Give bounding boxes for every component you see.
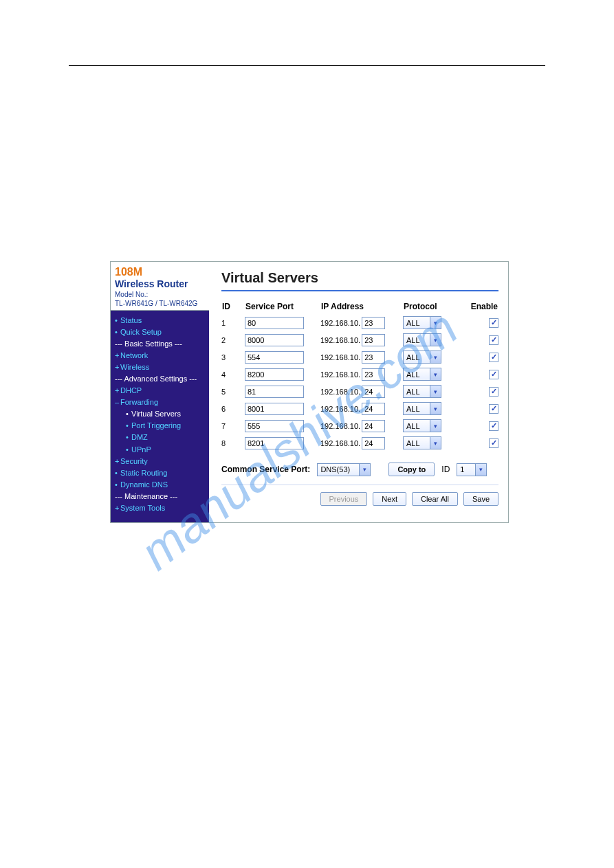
content-pane: Virtual Servers ID Service Port IP Addre… bbox=[209, 262, 508, 522]
enable-checkbox[interactable]: ✓ bbox=[489, 335, 498, 345]
enable-checkbox[interactable]: ✓ bbox=[489, 438, 498, 448]
ip-prefix: 192.168.10. bbox=[320, 405, 360, 413]
enable-checkbox[interactable]: ✓ bbox=[489, 370, 498, 379]
enable-checkbox[interactable]: ✓ bbox=[489, 318, 498, 328]
row-id: 1 bbox=[221, 315, 245, 330]
ip-prefix: 192.168.10. bbox=[320, 422, 360, 430]
copy-id-select[interactable]: 1 ▾ bbox=[457, 463, 487, 476]
protocol-value: ALL bbox=[406, 353, 420, 361]
service-port-input[interactable] bbox=[245, 351, 304, 364]
nav-dhcp[interactable]: +DHCP bbox=[115, 385, 206, 397]
protocol-select[interactable]: ALL▾ bbox=[403, 419, 441, 432]
row-id: 7 bbox=[221, 419, 245, 433]
chevron-down-icon: ▾ bbox=[430, 334, 441, 346]
th-ip: IP Address bbox=[320, 301, 403, 313]
enable-checkbox[interactable]: ✓ bbox=[489, 404, 498, 414]
protocol-select[interactable]: ALL▾ bbox=[403, 316, 441, 329]
chevron-down-icon: ▾ bbox=[430, 317, 441, 329]
copy-id-value: 1 bbox=[460, 465, 464, 474]
ip-prefix: 192.168.10. bbox=[320, 388, 360, 396]
common-service-value: DNS(53) bbox=[320, 465, 350, 474]
table-row: 3192.168.10.ALL▾✓ bbox=[221, 350, 498, 364]
nav-dynamic-dns[interactable]: •Dynamic DNS bbox=[115, 479, 206, 491]
ip-prefix: 192.168.10. bbox=[320, 439, 360, 447]
common-service-select[interactable]: DNS(53) ▾ bbox=[317, 463, 371, 476]
enable-checkbox[interactable]: ✓ bbox=[489, 353, 498, 362]
protocol-select[interactable]: ALL▾ bbox=[403, 368, 441, 381]
brand-title: Wireless Router bbox=[115, 278, 205, 289]
copy-to-button[interactable]: Copy to bbox=[388, 463, 435, 476]
protocol-value: ALL bbox=[406, 336, 420, 344]
row-id: 2 bbox=[221, 333, 245, 347]
ip-suffix-input[interactable] bbox=[362, 386, 385, 398]
chevron-down-icon: ▾ bbox=[430, 351, 441, 363]
row-id: 5 bbox=[221, 384, 245, 399]
enable-checkbox[interactable]: ✓ bbox=[489, 387, 498, 397]
service-port-input[interactable] bbox=[245, 368, 304, 381]
nav-system-tools[interactable]: +System Tools bbox=[115, 502, 206, 514]
table-row: 4192.168.10.ALL▾✓ bbox=[221, 367, 498, 381]
nav-forwarding[interactable]: –Forwarding bbox=[115, 397, 206, 408]
protocol-value: ALL bbox=[406, 370, 420, 379]
enable-checkbox[interactable]: ✓ bbox=[489, 421, 498, 431]
service-port-input[interactable] bbox=[245, 420, 304, 432]
protocol-select[interactable]: ALL▾ bbox=[403, 385, 441, 398]
table-row: 7192.168.10.ALL▾✓ bbox=[221, 419, 498, 433]
common-service-row: Common Service Port: DNS(53) ▾ Copy to I… bbox=[221, 463, 498, 476]
protocol-select[interactable]: ALL▾ bbox=[403, 402, 441, 415]
protocol-value: ALL bbox=[406, 319, 420, 327]
nav-static-routing[interactable]: •Static Routing bbox=[115, 467, 206, 479]
ip-prefix: 192.168.10. bbox=[320, 336, 360, 344]
service-port-input[interactable] bbox=[245, 437, 304, 449]
ip-suffix-input[interactable] bbox=[362, 368, 385, 381]
ip-suffix-input[interactable] bbox=[362, 403, 385, 415]
nav-security[interactable]: +Security bbox=[115, 456, 206, 467]
nav-maintenance-header: --- Maintenance --- bbox=[115, 491, 206, 502]
virtual-servers-table: ID Service Port IP Address Protocol Enab… bbox=[221, 298, 498, 453]
nav-status[interactable]: •Status bbox=[115, 315, 206, 326]
footer-rule bbox=[221, 485, 498, 485]
ip-suffix-input[interactable] bbox=[362, 351, 385, 364]
row-id: 6 bbox=[221, 401, 245, 416]
previous-button: Previous bbox=[320, 492, 368, 506]
ip-suffix-input[interactable] bbox=[362, 437, 385, 449]
ip-suffix-input[interactable] bbox=[362, 420, 385, 432]
protocol-select[interactable]: ALL▾ bbox=[403, 436, 441, 449]
clear-all-button[interactable]: Clear All bbox=[412, 492, 458, 506]
table-row: 5192.168.10.ALL▾✓ bbox=[221, 384, 498, 399]
row-id: 3 bbox=[221, 350, 245, 364]
common-service-label: Common Service Port: bbox=[221, 465, 310, 474]
title-rule bbox=[221, 290, 498, 291]
brand-model-label: Model No.: bbox=[115, 291, 205, 298]
chevron-down-icon: ▾ bbox=[359, 464, 370, 476]
row-id: 4 bbox=[221, 367, 245, 381]
nav-wireless[interactable]: +Wireless bbox=[115, 361, 206, 373]
table-row: 8192.168.10.ALL▾✓ bbox=[221, 436, 498, 450]
ip-suffix-input[interactable] bbox=[362, 334, 385, 346]
protocol-select[interactable]: ALL▾ bbox=[403, 350, 441, 364]
nav-dmz[interactable]: •DMZ bbox=[115, 432, 206, 443]
protocol-value: ALL bbox=[406, 422, 420, 430]
save-button[interactable]: Save bbox=[463, 492, 498, 506]
next-button[interactable]: Next bbox=[373, 492, 406, 506]
service-port-input[interactable] bbox=[245, 386, 304, 398]
nav-network[interactable]: +Network bbox=[115, 350, 206, 361]
ip-suffix-input[interactable] bbox=[362, 317, 385, 329]
ip-prefix: 192.168.10. bbox=[320, 370, 360, 379]
protocol-value: ALL bbox=[406, 439, 420, 447]
service-port-input[interactable] bbox=[245, 403, 304, 415]
service-port-input[interactable] bbox=[245, 317, 304, 329]
nav-virtual-servers[interactable]: •Virtual Servers bbox=[115, 408, 206, 420]
nav-upnp[interactable]: •UPnP bbox=[115, 444, 206, 456]
table-row: 2192.168.10.ALL▾✓ bbox=[221, 333, 498, 347]
page-top-rule bbox=[69, 65, 545, 66]
protocol-value: ALL bbox=[406, 405, 420, 413]
nav-quick-setup[interactable]: •Quick Setup bbox=[115, 326, 206, 338]
nav: •Status •Quick Setup --- Basic Settings … bbox=[111, 311, 209, 522]
th-id: ID bbox=[221, 301, 245, 313]
service-port-input[interactable] bbox=[245, 334, 304, 346]
protocol-select[interactable]: ALL▾ bbox=[403, 333, 441, 346]
nav-port-triggering[interactable]: •Port Triggering bbox=[115, 420, 206, 432]
th-enable: Enable bbox=[455, 301, 498, 313]
brand-model: TL-WR641G / TL-WR642G bbox=[115, 300, 205, 307]
